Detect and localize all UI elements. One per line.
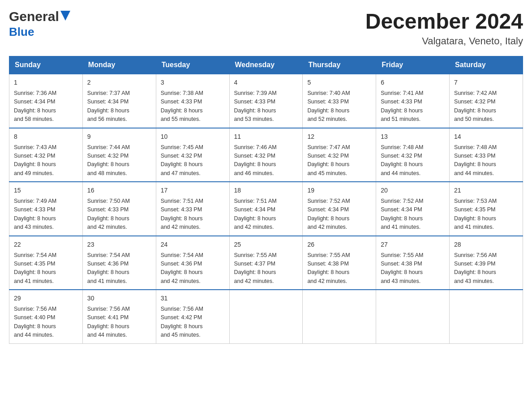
day-number: 6: [381, 78, 445, 87]
svg-marker-0: [60, 11, 70, 21]
day-info: Sunrise: 7:44 AMSunset: 4:32 PMDaylight:…: [87, 143, 151, 178]
table-row: [450, 290, 523, 343]
day-info: Sunrise: 7:51 AMSunset: 4:33 PMDaylight:…: [161, 197, 225, 232]
table-row: 4Sunrise: 7:39 AMSunset: 4:33 PMDaylight…: [229, 74, 303, 128]
day-number: 8: [14, 132, 78, 141]
table-row: 27Sunrise: 7:55 AMSunset: 4:38 PMDayligh…: [376, 236, 450, 290]
day-info: Sunrise: 7:39 AMSunset: 4:33 PMDaylight:…: [234, 89, 298, 124]
day-number: 21: [454, 186, 518, 195]
day-number: 24: [161, 240, 225, 249]
day-number: 31: [161, 294, 225, 303]
header-thursday: Thursday: [303, 56, 376, 74]
day-info: Sunrise: 7:54 AMSunset: 4:35 PMDaylight:…: [14, 251, 78, 286]
table-row: 12Sunrise: 7:47 AMSunset: 4:32 PMDayligh…: [303, 128, 376, 182]
calendar-week-row: 29Sunrise: 7:56 AMSunset: 4:40 PMDayligh…: [9, 290, 523, 343]
day-number: 15: [14, 186, 78, 195]
logo-general: General: [9, 9, 59, 24]
day-info: Sunrise: 7:49 AMSunset: 4:33 PMDaylight:…: [14, 197, 78, 232]
table-row: 7Sunrise: 7:42 AMSunset: 4:32 PMDaylight…: [450, 74, 523, 128]
day-number: 27: [381, 240, 445, 249]
header-wednesday: Wednesday: [229, 56, 303, 74]
calendar-week-row: 22Sunrise: 7:54 AMSunset: 4:35 PMDayligh…: [9, 236, 523, 290]
day-info: Sunrise: 7:55 AMSunset: 4:38 PMDaylight:…: [307, 251, 371, 286]
table-row: 31Sunrise: 7:56 AMSunset: 4:42 PMDayligh…: [156, 290, 229, 343]
calendar-table: Sunday Monday Tuesday Wednesday Thursday…: [9, 56, 523, 344]
day-info: Sunrise: 7:55 AMSunset: 4:37 PMDaylight:…: [234, 251, 298, 286]
day-info: Sunrise: 7:50 AMSunset: 4:33 PMDaylight:…: [87, 197, 151, 232]
day-info: Sunrise: 7:42 AMSunset: 4:32 PMDaylight:…: [454, 89, 518, 124]
day-number: 14: [454, 132, 518, 141]
day-number: 13: [381, 132, 445, 141]
table-row: 6Sunrise: 7:41 AMSunset: 4:33 PMDaylight…: [376, 74, 450, 128]
day-number: 23: [87, 240, 151, 249]
day-number: 17: [161, 186, 225, 195]
table-row: 11Sunrise: 7:46 AMSunset: 4:32 PMDayligh…: [229, 128, 303, 182]
table-row: 23Sunrise: 7:54 AMSunset: 4:36 PMDayligh…: [82, 236, 156, 290]
day-info: Sunrise: 7:52 AMSunset: 4:34 PMDaylight:…: [381, 197, 445, 232]
table-row: 24Sunrise: 7:54 AMSunset: 4:36 PMDayligh…: [156, 236, 229, 290]
table-row: 19Sunrise: 7:52 AMSunset: 4:34 PMDayligh…: [303, 182, 376, 236]
day-number: 29: [14, 294, 78, 303]
day-number: 4: [234, 78, 298, 87]
calendar-week-row: 15Sunrise: 7:49 AMSunset: 4:33 PMDayligh…: [9, 182, 523, 236]
table-row: 28Sunrise: 7:56 AMSunset: 4:39 PMDayligh…: [450, 236, 523, 290]
table-row: 10Sunrise: 7:45 AMSunset: 4:32 PMDayligh…: [156, 128, 229, 182]
day-number: 22: [14, 240, 78, 249]
table-row: 14Sunrise: 7:48 AMSunset: 4:33 PMDayligh…: [450, 128, 523, 182]
day-info: Sunrise: 7:46 AMSunset: 4:32 PMDaylight:…: [234, 143, 298, 178]
day-number: 1: [14, 78, 78, 87]
day-info: Sunrise: 7:40 AMSunset: 4:33 PMDaylight:…: [307, 89, 371, 124]
table-row: 20Sunrise: 7:52 AMSunset: 4:34 PMDayligh…: [376, 182, 450, 236]
day-number: 16: [87, 186, 151, 195]
table-row: 30Sunrise: 7:56 AMSunset: 4:41 PMDayligh…: [82, 290, 156, 343]
day-info: Sunrise: 7:48 AMSunset: 4:33 PMDaylight:…: [454, 143, 518, 178]
day-number: 5: [307, 78, 371, 87]
table-row: 21Sunrise: 7:53 AMSunset: 4:35 PMDayligh…: [450, 182, 523, 236]
table-row: 26Sunrise: 7:55 AMSunset: 4:38 PMDayligh…: [303, 236, 376, 290]
table-row: [303, 290, 376, 343]
day-number: 26: [307, 240, 371, 249]
day-number: 20: [381, 186, 445, 195]
day-info: Sunrise: 7:56 AMSunset: 4:39 PMDaylight:…: [454, 251, 518, 286]
logo-triangle-icon: [60, 11, 70, 21]
day-number: 9: [87, 132, 151, 141]
day-number: 10: [161, 132, 225, 141]
table-row: 15Sunrise: 7:49 AMSunset: 4:33 PMDayligh…: [9, 182, 83, 236]
logo: General Blue: [9, 9, 70, 39]
header-sunday: Sunday: [9, 56, 83, 74]
header-monday: Monday: [82, 56, 156, 74]
calendar-week-row: 1Sunrise: 7:36 AMSunset: 4:34 PMDaylight…: [9, 74, 523, 128]
table-row: 29Sunrise: 7:56 AMSunset: 4:40 PMDayligh…: [9, 290, 83, 343]
table-row: [229, 290, 303, 343]
table-row: 17Sunrise: 7:51 AMSunset: 4:33 PMDayligh…: [156, 182, 229, 236]
day-info: Sunrise: 7:52 AMSunset: 4:34 PMDaylight:…: [307, 197, 371, 232]
day-number: 3: [161, 78, 225, 87]
day-number: 30: [87, 294, 151, 303]
header-saturday: Saturday: [450, 56, 523, 74]
page-header: General Blue December 2024 Valgatara, Ve…: [9, 9, 523, 47]
header-friday: Friday: [376, 56, 450, 74]
day-info: Sunrise: 7:56 AMSunset: 4:40 PMDaylight:…: [14, 305, 78, 340]
day-info: Sunrise: 7:53 AMSunset: 4:35 PMDaylight:…: [454, 197, 518, 232]
logo-blue: Blue: [9, 25, 34, 39]
day-info: Sunrise: 7:48 AMSunset: 4:32 PMDaylight:…: [381, 143, 445, 178]
table-row: 5Sunrise: 7:40 AMSunset: 4:33 PMDaylight…: [303, 74, 376, 128]
day-number: 19: [307, 186, 371, 195]
table-row: 18Sunrise: 7:51 AMSunset: 4:34 PMDayligh…: [229, 182, 303, 236]
day-info: Sunrise: 7:56 AMSunset: 4:41 PMDaylight:…: [87, 305, 151, 340]
table-row: 22Sunrise: 7:54 AMSunset: 4:35 PMDayligh…: [9, 236, 83, 290]
day-number: 7: [454, 78, 518, 87]
table-row: 1Sunrise: 7:36 AMSunset: 4:34 PMDaylight…: [9, 74, 83, 128]
day-number: 2: [87, 78, 151, 87]
table-row: 8Sunrise: 7:43 AMSunset: 4:32 PMDaylight…: [9, 128, 83, 182]
calendar-week-row: 8Sunrise: 7:43 AMSunset: 4:32 PMDaylight…: [9, 128, 523, 182]
day-info: Sunrise: 7:54 AMSunset: 4:36 PMDaylight:…: [87, 251, 151, 286]
table-row: 2Sunrise: 7:37 AMSunset: 4:34 PMDaylight…: [82, 74, 156, 128]
table-row: 3Sunrise: 7:38 AMSunset: 4:33 PMDaylight…: [156, 74, 229, 128]
day-info: Sunrise: 7:36 AMSunset: 4:34 PMDaylight:…: [14, 89, 78, 124]
day-info: Sunrise: 7:41 AMSunset: 4:33 PMDaylight:…: [381, 89, 445, 124]
day-number: 18: [234, 186, 298, 195]
day-info: Sunrise: 7:56 AMSunset: 4:42 PMDaylight:…: [161, 305, 225, 340]
calendar-header-row: Sunday Monday Tuesday Wednesday Thursday…: [9, 56, 523, 74]
day-info: Sunrise: 7:47 AMSunset: 4:32 PMDaylight:…: [307, 143, 371, 178]
